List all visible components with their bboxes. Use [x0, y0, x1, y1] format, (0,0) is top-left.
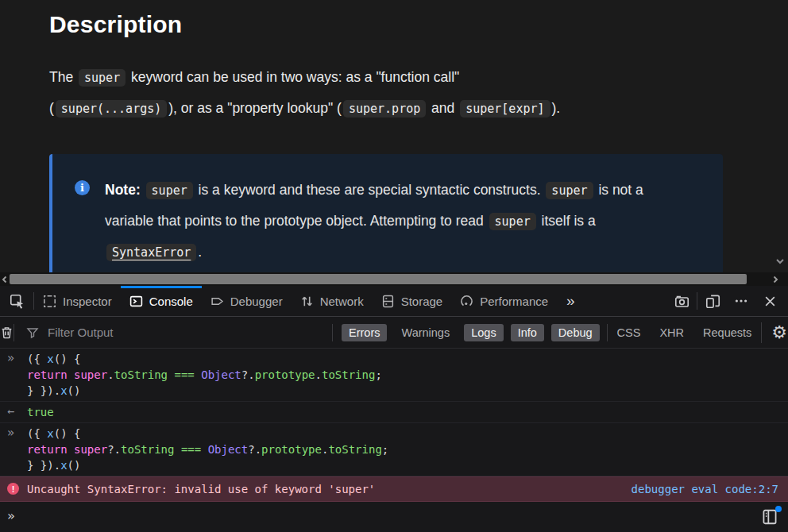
console-result-entry[interactable]: ← true: [0, 402, 788, 423]
console-command-entry[interactable]: » ({ x() { return super?.toString === Ob…: [0, 423, 788, 476]
tab-label: Console: [149, 295, 193, 308]
scrollbar-thumb[interactable]: [10, 274, 747, 284]
scroll-left-arrow-icon[interactable]: [0, 272, 10, 286]
toolbar-separator: [697, 292, 697, 310]
inline-text: ), or as a "property lookup" (: [168, 100, 342, 116]
screenshot-button[interactable]: [668, 286, 695, 316]
console-code-line: return super?.toString === Object?.proto…: [27, 441, 782, 457]
inline-code: super: [489, 213, 536, 230]
tab-network[interactable]: Network: [292, 286, 373, 316]
intro-paragraph: The super keyword can be used in two way…: [49, 62, 739, 124]
inline-text: keyword can be used in two ways: as a "f…: [127, 69, 459, 85]
gear-icon: ⚙: [771, 324, 787, 341]
console-settings-button[interactable]: ⚙: [761, 322, 788, 343]
trash-icon: [0, 326, 14, 339]
tab-label: Performance: [480, 295, 548, 308]
node-picker-button[interactable]: [0, 286, 33, 316]
filter-logs-button[interactable]: Logs: [464, 324, 503, 341]
tab-storage[interactable]: Storage: [373, 286, 452, 316]
note-text: Note: super is a keyword and these are s…: [105, 182, 643, 260]
note-callout: i Note: super is a keyword and these are…: [49, 154, 723, 272]
console-code-line: } }).x(): [27, 457, 782, 473]
inline-code: super: [79, 69, 126, 87]
inline-text: ).: [552, 100, 561, 116]
filter-xhr-button[interactable]: XHR: [659, 326, 684, 339]
filter-funnel-icon: [26, 326, 39, 339]
meatball-menu-icon: [734, 294, 748, 308]
filter-info-button[interactable]: Info: [511, 324, 544, 341]
filter-debug-button[interactable]: Debug: [551, 324, 600, 341]
filter-css-button[interactable]: CSS: [617, 326, 641, 339]
performance-gauge-icon: [460, 295, 473, 308]
scroll-right-arrow-icon[interactable]: [771, 272, 780, 286]
filter-errors-button[interactable]: Errors: [342, 324, 387, 341]
devtools-tabbar: Inspector Console Debugger Network: [0, 286, 788, 317]
log-level-filters: Errors Warnings Logs Info Debug: [342, 324, 607, 341]
tab-console[interactable]: Console: [121, 286, 202, 316]
tab-label: Debugger: [230, 295, 283, 308]
page-scroll-down-arrow[interactable]: [774, 255, 786, 268]
debugger-icon: [211, 295, 224, 308]
close-devtools-button[interactable]: [756, 286, 783, 316]
inline-bold: Note:: [105, 182, 145, 198]
notification-dot: [775, 506, 782, 512]
tab-debugger[interactable]: Debugger: [202, 286, 292, 316]
command-prompt-icon: »: [7, 425, 14, 441]
console-code-line: ({ x() {: [27, 426, 782, 441]
input-prompt-icon: »: [7, 508, 15, 524]
inline-text: itself is a: [538, 213, 596, 229]
toolbar-separator: [607, 324, 608, 341]
filter-output-input[interactable]: [46, 325, 284, 340]
responsive-mode-button[interactable]: [699, 286, 726, 316]
console-output: » ({ x() { return super.toString === Obj…: [0, 349, 788, 532]
inline-text: is a keyword and these are special synta…: [195, 182, 545, 198]
inline-text: (: [49, 100, 54, 116]
error-source-link[interactable]: debugger eval code:2:7: [632, 481, 782, 497]
inline-code: super(...args): [56, 100, 167, 118]
inline-text: The: [49, 69, 77, 85]
inspector-icon: [43, 295, 56, 308]
tab-inspector[interactable]: Inspector: [34, 286, 121, 316]
console-error-entry[interactable]: ! Uncaught SyntaxError: invalid use of k…: [0, 476, 788, 502]
inline-code-link[interactable]: SyntaxError: [106, 244, 196, 261]
devtools-toolbar-buttons: [668, 286, 788, 316]
page-title: Description: [49, 11, 739, 38]
console-input-row[interactable]: »: [0, 502, 788, 532]
result-arrow-icon: ←: [7, 403, 14, 419]
info-icon: i: [75, 180, 90, 195]
console-icon: [129, 295, 143, 308]
inline-code: super: [146, 182, 193, 199]
clear-console-button[interactable]: [0, 317, 14, 348]
close-icon: [763, 295, 777, 308]
network-arrows-icon: [300, 295, 314, 308]
storage-icon: [381, 295, 395, 308]
console-code-line: return super.toString === Object?.protot…: [27, 367, 782, 383]
filter-input-region: [14, 325, 332, 340]
filter-requests-button[interactable]: Requests: [703, 326, 751, 339]
meatball-menu-button[interactable]: [728, 286, 755, 316]
sidebar-toggle-button[interactable]: [761, 508, 780, 527]
tab-performance[interactable]: Performance: [451, 286, 557, 316]
console-command-entry[interactable]: » ({ x() { return super.toString === Obj…: [0, 349, 788, 402]
filter-warnings-button[interactable]: Warnings: [394, 324, 457, 341]
toolbar-separator: [332, 324, 333, 341]
devtools-panel: Inspector Console Debugger Network: [0, 286, 788, 532]
command-prompt-icon: »: [7, 350, 14, 366]
inline-code: super[expr]: [460, 100, 550, 118]
more-tabs-chevron[interactable]: »: [557, 286, 585, 316]
tab-label: Network: [320, 295, 364, 308]
console-code-line: } }).x(): [27, 383, 782, 399]
inline-text: and: [427, 100, 458, 116]
web-page-content: Description The super keyword can be use…: [0, 0, 788, 272]
node-picker-icon: [10, 294, 25, 309]
inline-code: super: [546, 182, 593, 199]
inline-text: .: [198, 244, 202, 260]
article: Description The super keyword can be use…: [0, 0, 788, 272]
tab-label: Storage: [401, 295, 443, 308]
console-filterbar: Errors Warnings Logs Info Debug CSS XHR …: [0, 317, 788, 349]
console-code-line: ({ x() {: [27, 351, 782, 367]
horizontal-scrollbar[interactable]: [0, 272, 788, 286]
responsive-mode-icon: [705, 294, 720, 309]
console-result-value: true: [27, 404, 782, 420]
inline-code: super.prop: [343, 100, 426, 118]
